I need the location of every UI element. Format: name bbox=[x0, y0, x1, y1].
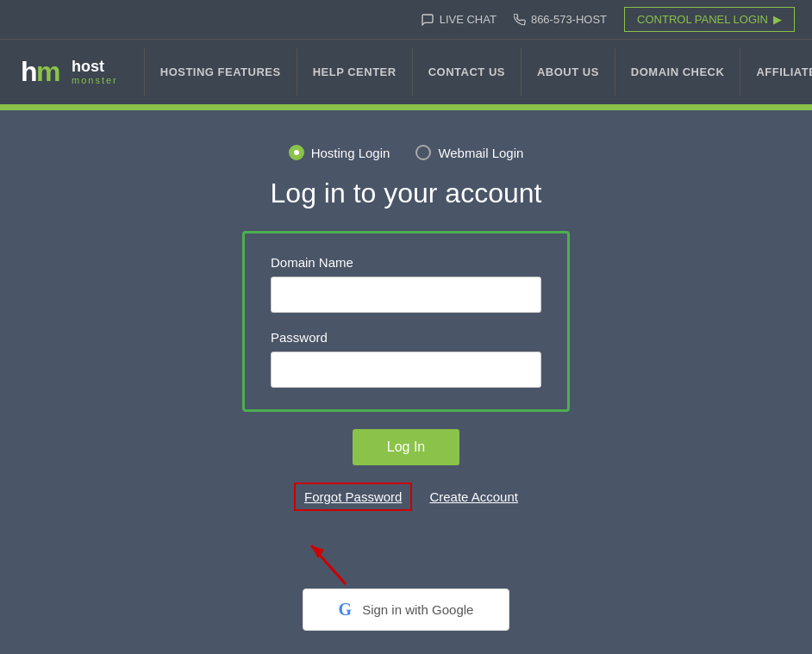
red-arrow-svg bbox=[294, 528, 432, 589]
google-g-icon: G bbox=[339, 600, 353, 620]
logo-icon: h m bbox=[17, 48, 65, 96]
login-button[interactable]: Log In bbox=[353, 429, 459, 465]
nav-domain-check[interactable]: DOMAIN CHECK bbox=[615, 48, 741, 96]
top-bar: LIVE CHAT 866-573-HOST CONTROL PANEL LOG… bbox=[0, 0, 812, 40]
hosting-radio[interactable] bbox=[289, 145, 304, 160]
nav-about-us[interactable]: ABOUT US bbox=[522, 48, 615, 96]
google-signin-label: Sign in with Google bbox=[362, 602, 473, 617]
links-row: Forgot Password Create Account bbox=[294, 483, 518, 511]
webmail-radio[interactable] bbox=[415, 145, 431, 160]
arrow-annotation bbox=[320, 528, 492, 580]
password-label: Password bbox=[271, 330, 541, 345]
domain-name-label: Domain Name bbox=[271, 255, 541, 270]
live-chat-link[interactable]: LIVE CHAT bbox=[421, 13, 497, 27]
nav-contact-us[interactable]: CONTACT US bbox=[413, 48, 522, 96]
logo[interactable]: h m host monster bbox=[17, 40, 118, 104]
login-form-box: Domain Name Password bbox=[242, 231, 570, 412]
nav-hosting-features[interactable]: HOSTING FEATURES bbox=[144, 48, 297, 96]
login-type-selector: Hosting Login Webmail Login bbox=[289, 145, 524, 160]
chat-icon bbox=[421, 13, 434, 27]
svg-text:h: h bbox=[21, 56, 38, 87]
phone-label: 866-573-HOST bbox=[531, 13, 607, 26]
hosting-login-option[interactable]: Hosting Login bbox=[289, 145, 390, 160]
header: h m host monster HOSTING FEATURES HELP C… bbox=[0, 40, 812, 107]
domain-name-input[interactable] bbox=[271, 277, 541, 313]
google-signin-button[interactable]: G Sign in with Google bbox=[303, 589, 509, 631]
password-input[interactable] bbox=[271, 352, 541, 388]
webmail-login-option[interactable]: Webmail Login bbox=[415, 145, 523, 160]
hosting-login-label: Hosting Login bbox=[311, 146, 390, 160]
webmail-login-label: Webmail Login bbox=[438, 146, 523, 160]
svg-text:m: m bbox=[36, 56, 60, 87]
control-panel-button[interactable]: CONTROL PANEL LOGIN ▶ bbox=[624, 7, 795, 32]
arrow-right-icon: ▶ bbox=[773, 13, 782, 26]
phone-icon bbox=[514, 14, 526, 26]
main-content: Hosting Login Webmail Login Log in to yo… bbox=[0, 110, 812, 654]
logo-host: host bbox=[72, 59, 118, 76]
live-chat-label: LIVE CHAT bbox=[440, 13, 497, 26]
logo-text: host monster bbox=[72, 59, 118, 86]
create-account-link[interactable]: Create Account bbox=[429, 489, 518, 504]
page-title: Log in to your account bbox=[271, 178, 542, 209]
nav-affiliates[interactable]: AFFILIATES bbox=[740, 48, 812, 96]
logo-monster: monster bbox=[72, 75, 118, 85]
forgot-password-link[interactable]: Forgot Password bbox=[294, 483, 412, 511]
nav-help-center[interactable]: HELP CENTER bbox=[297, 48, 413, 96]
main-nav: HOSTING FEATURES HELP CENTER CONTACT US … bbox=[144, 48, 812, 96]
phone-link[interactable]: 866-573-HOST bbox=[514, 13, 607, 26]
